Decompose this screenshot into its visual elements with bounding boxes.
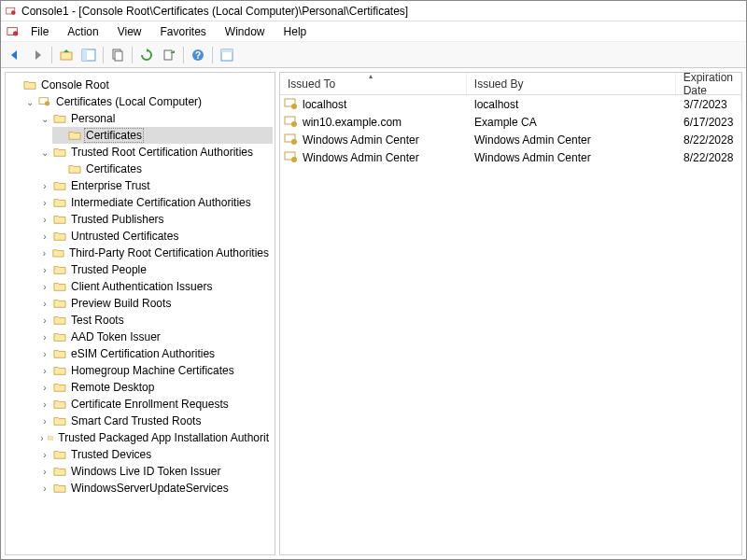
svg-point-3 xyxy=(13,31,18,35)
folder-icon xyxy=(68,163,81,175)
tree-node-console-root[interactable]: ▸ Console Root xyxy=(7,77,273,93)
tree-label: eSIM Certification Authorities xyxy=(69,347,217,360)
expand-icon[interactable]: ⌄ xyxy=(39,114,50,124)
tree-node-untrusted[interactable]: ›Untrusted Certificates xyxy=(37,228,273,245)
folder-icon xyxy=(53,298,66,309)
expand-icon[interactable]: › xyxy=(39,215,50,225)
up-button[interactable] xyxy=(56,45,77,65)
tree-node-preview-build[interactable]: ›Preview Build Roots xyxy=(37,295,273,312)
expand-icon[interactable]: › xyxy=(39,399,50,410)
certificate-icon xyxy=(284,116,299,129)
menu-view[interactable]: View xyxy=(110,23,149,40)
expand-icon[interactable]: › xyxy=(39,181,50,191)
menu-help[interactable]: Help xyxy=(276,23,315,40)
list-body[interactable]: localhost localhost 3/7/2023 win10.examp… xyxy=(280,95,741,554)
tree-node-intermediate-ca[interactable]: ›Intermediate Certification Authorities xyxy=(37,194,273,211)
list-row[interactable]: win10.example.com Example CA 6/17/2023 xyxy=(280,113,741,131)
expand-icon[interactable]: › xyxy=(39,416,50,427)
expand-icon[interactable]: › xyxy=(39,315,50,326)
expand-icon[interactable]: › xyxy=(39,332,50,343)
tree-node-aad[interactable]: ›AAD Token Issuer xyxy=(37,329,273,345)
tree-node-trusted-root-certificates[interactable]: ▸ Certificates xyxy=(52,161,273,177)
tree-node-wsus[interactable]: ›WindowsServerUpdateServices xyxy=(37,480,273,497)
tree-node-personal[interactable]: ⌄ Personal xyxy=(37,110,273,127)
folder-icon xyxy=(53,214,66,225)
folder-icon xyxy=(48,432,54,443)
tree-node-personal-certificates[interactable]: ▸ Certificates xyxy=(52,127,273,144)
show-hide-tree-button[interactable] xyxy=(78,45,99,65)
column-header-expiration[interactable]: Expiration Date xyxy=(676,72,741,101)
menu-file[interactable]: File xyxy=(23,23,56,40)
new-window-button[interactable] xyxy=(217,45,237,65)
expand-icon[interactable]: › xyxy=(39,483,50,494)
menu-window[interactable]: Window xyxy=(218,23,273,40)
tree-node-remote-desktop[interactable]: ›Remote Desktop xyxy=(37,379,273,396)
expand-icon[interactable]: › xyxy=(39,299,50,309)
cell-issued-to: win10.example.com xyxy=(280,116,467,129)
tree-node-trusted-packaged[interactable]: ›Trusted Packaged App Installation Autho… xyxy=(37,429,273,446)
tree-node-trusted-root-ca[interactable]: ⌄ Trusted Root Certification Authorities xyxy=(37,144,273,161)
expand-icon[interactable]: › xyxy=(39,349,50,359)
list-row[interactable]: localhost localhost 3/7/2023 xyxy=(280,95,741,113)
workspace: ▸ Console Root ⌄ Certificates (Local Com… xyxy=(1,68,746,559)
tree-label: AAD Token Issuer xyxy=(69,330,162,343)
tree-node-smartcard[interactable]: ›Smart Card Trusted Roots xyxy=(37,413,273,429)
refresh-button[interactable] xyxy=(136,45,157,65)
column-header-issued-by[interactable]: Issued By xyxy=(467,74,676,94)
svg-rect-9 xyxy=(164,50,172,60)
forward-button[interactable] xyxy=(27,45,48,65)
tree-node-windows-live-id[interactable]: ›Windows Live ID Token Issuer xyxy=(37,463,273,480)
expand-icon[interactable]: › xyxy=(39,383,50,393)
tree-node-client-auth[interactable]: ›Client Authentication Issuers xyxy=(37,278,273,295)
tree-node-test-roots[interactable]: ›Test Roots xyxy=(37,312,273,329)
export-button[interactable] xyxy=(159,45,179,65)
copy-button[interactable] xyxy=(107,45,128,65)
tree-node-homegroup[interactable]: ›Homegroup Machine Certificates xyxy=(37,362,273,379)
tree-node-certificates-local-computer[interactable]: ⌄ Certificates (Local Computer) xyxy=(22,93,273,110)
expand-icon[interactable]: › xyxy=(39,366,50,376)
titlebar: Console1 - [Console Root\Certificates (L… xyxy=(1,1,746,21)
list-row[interactable]: Windows Admin Center Windows Admin Cente… xyxy=(280,148,741,166)
menu-favorites[interactable]: Favorites xyxy=(153,23,214,40)
tree-node-trusted-devices[interactable]: ›Trusted Devices xyxy=(37,446,273,463)
folder-icon xyxy=(52,247,64,259)
expand-icon[interactable]: › xyxy=(39,282,50,292)
folder-icon xyxy=(53,348,66,359)
list-row[interactable]: Windows Admin Center Windows Admin Cente… xyxy=(280,131,741,148)
tree-node-trusted-publishers[interactable]: ›Trusted Publishers xyxy=(37,211,273,228)
tree-label: Certificates (Local Computer) xyxy=(54,95,204,108)
expand-icon[interactable]: › xyxy=(39,265,50,275)
expand-icon[interactable]: › xyxy=(39,231,50,242)
tree-label: Certificates xyxy=(84,162,144,175)
folder-icon xyxy=(53,331,66,343)
tree-node-esim[interactable]: ›eSIM Certification Authorities xyxy=(37,345,273,362)
tree-pane[interactable]: ▸ Console Root ⌄ Certificates (Local Com… xyxy=(5,72,275,555)
expand-icon[interactable]: › xyxy=(39,467,50,477)
menu-action[interactable]: Action xyxy=(60,23,106,40)
menubar: File Action View Favorites Window Help xyxy=(1,21,746,42)
expand-icon[interactable]: › xyxy=(39,248,49,259)
tree-node-cert-enroll[interactable]: ›Certificate Enrollment Requests xyxy=(37,396,273,413)
svg-point-1 xyxy=(11,10,16,15)
column-header-issued-to[interactable]: Issued To xyxy=(280,74,467,94)
system-menu-icon[interactable] xyxy=(7,25,20,38)
svg-text:?: ? xyxy=(195,50,201,61)
expand-icon[interactable]: › xyxy=(39,450,50,460)
expand-icon[interactable]: ⌄ xyxy=(39,147,50,158)
window-title: Console1 - [Console Root\Certificates (L… xyxy=(21,5,408,18)
tree-node-trusted-people[interactable]: ›Trusted People xyxy=(37,261,273,278)
back-button[interactable] xyxy=(5,45,25,65)
expand-icon[interactable]: › xyxy=(39,198,50,208)
cell-issued-by: Windows Admin Center xyxy=(467,151,676,164)
svg-point-17 xyxy=(291,104,297,109)
toolbar: ? xyxy=(1,42,746,68)
toolbar-separator xyxy=(183,47,184,63)
cell-text: win10.example.com xyxy=(303,116,402,129)
expand-icon[interactable]: › xyxy=(39,433,45,443)
help-button[interactable]: ? xyxy=(188,45,208,65)
folder-icon xyxy=(53,315,66,326)
list-header: Issued To Issued By Expiration Date xyxy=(280,73,741,95)
tree-node-enterprise-trust[interactable]: ›Enterprise Trust xyxy=(37,177,273,194)
expand-icon[interactable]: ⌄ xyxy=(24,97,35,107)
tree-node-thirdparty-root[interactable]: ›Third-Party Root Certification Authorit… xyxy=(37,245,273,261)
